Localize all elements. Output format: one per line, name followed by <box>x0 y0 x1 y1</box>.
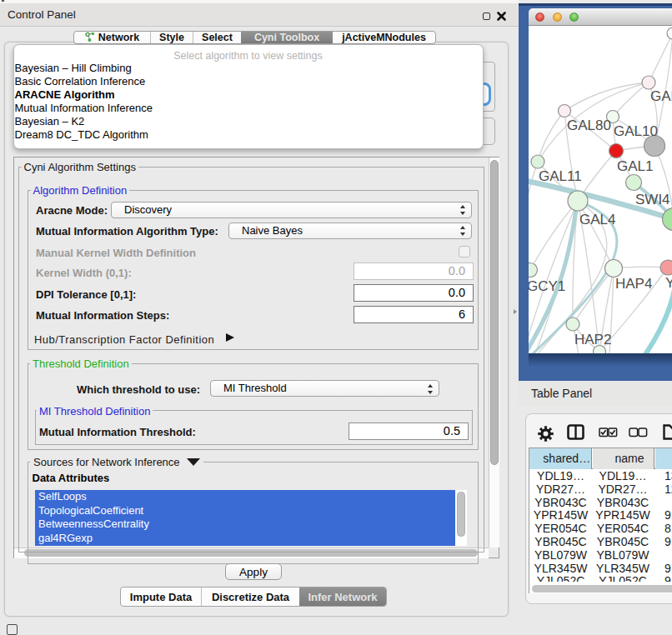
svg-text:GCY1: GCY1 <box>529 278 565 294</box>
svg-text:GAL80: GAL80 <box>567 118 611 133</box>
svg-text:GAL11: GAL11 <box>539 168 582 184</box>
svg-text:YM: YM <box>665 275 672 291</box>
svg-text:GAL10: GAL10 <box>614 123 658 139</box>
svg-text:SWI4: SWI4 <box>635 192 670 208</box>
svg-text:HAP2: HAP2 <box>574 332 611 348</box>
svg-text:GAL1: GAL1 <box>617 158 653 174</box>
svg-text:GAL2: GAL2 <box>650 88 672 104</box>
svg-text:HAP4: HAP4 <box>615 276 652 292</box>
svg-text:GAL4: GAL4 <box>579 212 615 228</box>
